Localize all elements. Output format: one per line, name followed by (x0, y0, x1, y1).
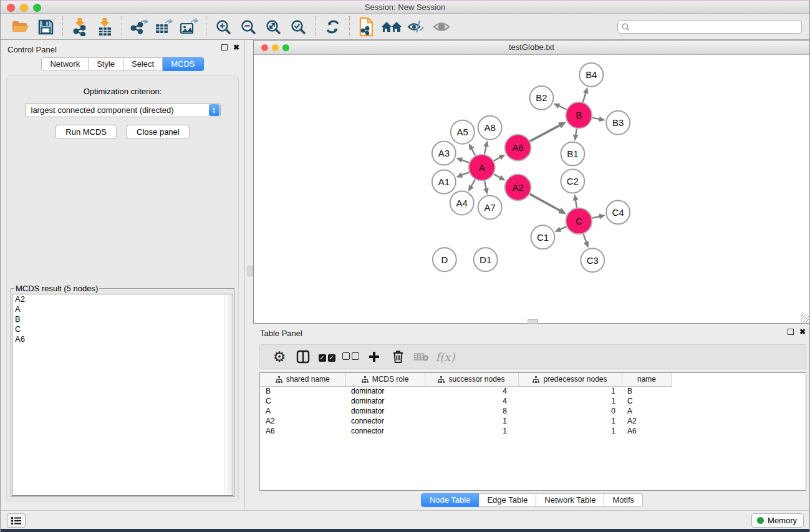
zoom-window-button[interactable] (33, 4, 41, 12)
cell-shared-name[interactable]: A2 (260, 416, 345, 426)
search-input[interactable] (630, 22, 798, 31)
mcds-result-item[interactable]: A6 (12, 334, 233, 344)
result-scrollbar[interactable] (224, 295, 232, 495)
cell-mcds-role[interactable]: dominator (345, 396, 425, 406)
minimize-window-button[interactable] (20, 4, 28, 12)
tab-edge-table[interactable]: Edge Table (479, 493, 536, 507)
save-session-button[interactable] (33, 16, 58, 38)
home-networks-button[interactable] (379, 16, 404, 38)
run-mcds-button[interactable]: Run MCDS (55, 125, 117, 139)
cell-successor-nodes[interactable]: 8 (425, 406, 518, 416)
cell-mcds-role[interactable]: connector (345, 426, 425, 436)
column-header-successor-nodes[interactable]: successor nodes (425, 373, 518, 386)
graph-edge-C-C3[interactable] (584, 234, 587, 243)
graph-edge-A-A8[interactable] (485, 146, 486, 154)
graph-node-A5[interactable]: A5 (451, 120, 475, 144)
table-row[interactable]: Cdominator41C (260, 396, 672, 406)
graph-edge-A-A3[interactable] (461, 160, 469, 163)
deselect-all-columns-button[interactable] (339, 346, 362, 367)
cell-successor-nodes[interactable]: 1 (425, 426, 518, 436)
cell-shared-name[interactable]: C (260, 396, 345, 406)
graph-node-A8[interactable]: A8 (478, 116, 502, 140)
graph-edge-C-C2[interactable] (576, 200, 577, 208)
cell-shared-name[interactable]: A6 (260, 426, 345, 436)
tab-style[interactable]: Style (89, 57, 123, 71)
zoom-selected-button[interactable] (286, 16, 311, 38)
cell-predecessor-nodes[interactable]: 0 (518, 406, 622, 416)
graph-node-A[interactable]: A (469, 155, 495, 181)
export-image-button[interactable] (176, 16, 201, 38)
open-session-button[interactable] (8, 16, 33, 38)
tab-mcds[interactable]: MCDS (163, 57, 203, 71)
cell-name[interactable]: A6 (622, 426, 672, 436)
close-panel-icon[interactable]: ✖ (233, 44, 239, 51)
graph-node-D[interactable]: D (433, 248, 456, 271)
column-header-predecessor-nodes[interactable]: predecessor nodes (518, 373, 622, 386)
graph-node-C4[interactable]: C4 (606, 200, 630, 224)
graph-edge-A-A2[interactable] (494, 174, 501, 178)
delete-column-button[interactable] (386, 346, 410, 367)
resize-grip-icon[interactable] (801, 314, 809, 322)
graph-edge-A-A1[interactable] (461, 172, 469, 175)
graph-edge-A6-B[interactable] (530, 125, 560, 142)
graph-node-B3[interactable]: B3 (606, 111, 630, 135)
cell-successor-nodes[interactable]: 1 (425, 416, 518, 426)
export-network-button[interactable] (127, 16, 152, 38)
graph-node-A1[interactable]: A1 (432, 170, 456, 194)
cell-name[interactable]: A (622, 406, 672, 416)
horizontal-split-handle[interactable] (528, 319, 538, 324)
column-header-name[interactable]: name (622, 373, 672, 386)
table-settings-button[interactable]: ⚙ (268, 346, 291, 367)
graph-edge-A-A7[interactable] (485, 181, 486, 189)
cell-shared-name[interactable]: B (260, 386, 345, 396)
graph-node-B1[interactable]: B1 (561, 142, 584, 166)
minimize-view-button[interactable] (272, 44, 279, 51)
graph-edge-A-A4[interactable] (471, 180, 475, 187)
vertical-split-handle[interactable] (248, 266, 253, 276)
graph-edge-B-B3[interactable] (592, 118, 600, 119)
mcds-result-item[interactable]: A (12, 304, 233, 314)
graph-node-A7[interactable]: A7 (478, 195, 502, 219)
graph-node-A6[interactable]: A6 (505, 135, 531, 161)
float-panel-icon[interactable] (221, 44, 228, 51)
cell-mcds-role[interactable]: connector (345, 416, 425, 426)
show-overview-button[interactable] (429, 16, 454, 38)
cell-name[interactable]: B (622, 386, 672, 396)
graph-node-B2[interactable]: B2 (530, 86, 554, 110)
graph-node-C[interactable]: C (566, 208, 592, 234)
close-window-button[interactable] (7, 4, 15, 12)
cyndex-import-button[interactable] (354, 16, 379, 38)
graph-node-A4[interactable]: A4 (450, 191, 474, 215)
memory-button[interactable]: Memory (751, 513, 804, 528)
graph-edge-A2-C[interactable] (530, 194, 561, 211)
graph-edge-C-C1[interactable] (560, 226, 567, 230)
float-table-panel-icon[interactable] (788, 329, 794, 335)
cell-name[interactable]: C (622, 396, 672, 406)
table-row[interactable]: A2connector11A2 (260, 416, 672, 426)
hide-detail-button[interactable] (404, 16, 429, 38)
graph-node-C3[interactable]: C3 (581, 248, 604, 272)
cell-predecessor-nodes[interactable]: 1 (518, 386, 622, 396)
column-header-shared-name[interactable]: shared name (260, 373, 345, 386)
add-column-button[interactable] (362, 346, 386, 367)
function-builder-button[interactable]: f(x) (433, 346, 457, 367)
graph-edge-C-C4[interactable] (592, 216, 600, 218)
cell-predecessor-nodes[interactable]: 1 (518, 396, 622, 406)
graph-node-C2[interactable]: C2 (561, 170, 584, 193)
cell-successor-nodes[interactable]: 4 (425, 386, 518, 396)
mcds-result-item[interactable]: B (12, 314, 233, 324)
graph-node-C1[interactable]: C1 (531, 225, 555, 249)
graph-edge-B-B1[interactable] (576, 128, 577, 135)
table-row[interactable]: A6connector11A6 (260, 426, 672, 436)
tab-network[interactable]: Network (41, 57, 89, 71)
mcds-result-item[interactable]: A2 (12, 294, 233, 304)
import-network-button[interactable] (67, 16, 92, 38)
cell-name[interactable]: A2 (622, 416, 672, 426)
cell-shared-name[interactable]: A (260, 406, 345, 416)
export-table-button[interactable] (152, 16, 176, 38)
select-all-columns-button[interactable]: ✓✓ (315, 346, 339, 367)
graph-node-D1[interactable]: D1 (474, 248, 498, 271)
criterion-select[interactable]: largest connected component (directed) ▲… (25, 103, 221, 117)
cell-predecessor-nodes[interactable]: 1 (518, 426, 622, 436)
graph-node-B[interactable]: B (566, 102, 592, 128)
